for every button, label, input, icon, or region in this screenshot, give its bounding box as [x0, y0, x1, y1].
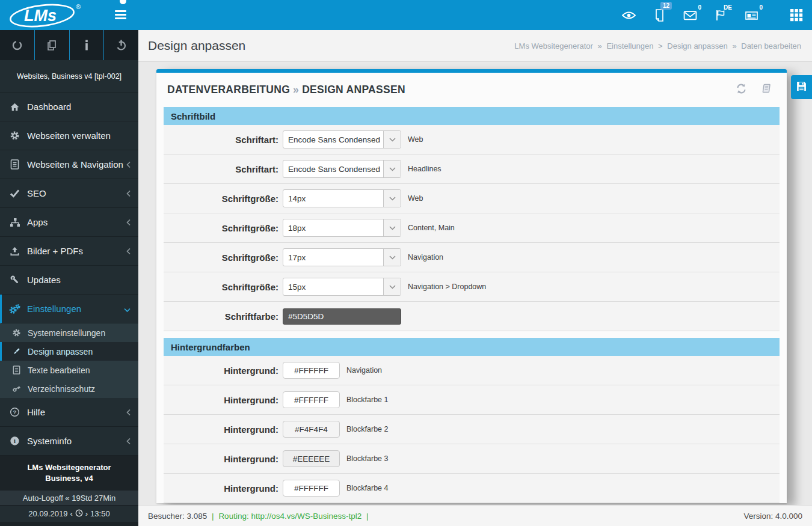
sidebar-item-apps[interactable]: Apps — [0, 208, 138, 237]
field-label: Hintergrund: — [164, 424, 283, 435]
active-site-label: Websites, Business v4 [tpl-002] — [0, 60, 138, 93]
routing-link[interactable]: Routing: http://os4.vs/WS-Business-tpl2 — [218, 512, 361, 521]
form-row-hintergrund-navigation: Hintergrund: Navigation — [164, 356, 780, 385]
form-row-schriftfarbe: Schriftfarbe: — [164, 302, 780, 331]
copy-book-icon[interactable] — [760, 83, 771, 97]
breadcrumb-link-home[interactable]: LMs Websitegenerator — [514, 41, 593, 50]
sidebar-item-hilfe[interactable]: ? Hilfe — [0, 398, 138, 427]
news-icon[interactable]: 0 — [744, 8, 758, 22]
sidebar-quick-actions — [0, 30, 138, 60]
field-label: Hintergrund: — [164, 483, 283, 494]
form-row-schriftart-web: Schriftart: Encode Sans Condensed Web — [164, 125, 780, 154]
hintergrund-blockfarbe2-input[interactable] — [283, 421, 340, 438]
preview-eye-icon[interactable] — [621, 8, 636, 22]
document-icon — [11, 365, 22, 375]
version-label: Version: 4.0.000 — [743, 512, 802, 521]
language-flag-icon[interactable]: DE — [713, 8, 728, 22]
field-note: Content, Main — [408, 224, 455, 232]
visitor-count: Besucher: 3.085 — [148, 512, 207, 521]
sidebar-item-dashboard[interactable]: Dashboard — [0, 93, 138, 121]
field-label: Hintergrund: — [164, 395, 283, 405]
language-code: DE — [724, 4, 732, 11]
field-label: Hintergrund: — [164, 365, 283, 376]
sidebar-item-seo[interactable]: SEO — [0, 179, 138, 208]
field-note: Blockfarbe 3 — [346, 454, 388, 463]
mail-icon[interactable]: 0 — [683, 8, 697, 22]
sidebar-item-label: Hilfe — [27, 407, 45, 417]
check-icon — [9, 189, 20, 198]
hintergrund-blockfarbe1-input[interactable] — [283, 391, 340, 408]
hintergrund-blockfarbe3-input[interactable] — [283, 450, 340, 467]
lms-logo[interactable]: LMs ® — [4, 1, 94, 32]
sidebar-item-bilder-pdfs[interactable]: Bilder + PDFs — [0, 237, 138, 266]
hamburger-menu-icon[interactable] — [115, 10, 127, 20]
chevron-down-icon — [383, 219, 401, 236]
apps-grid-icon[interactable] — [789, 8, 804, 22]
sidebar-item-label: Dashboard — [27, 102, 71, 112]
question-circle-icon: ? — [9, 407, 20, 417]
clock-icon — [75, 509, 83, 519]
form-row-hintergrund-blockfarbe2: Hintergrund: Blockfarbe 2 — [164, 415, 780, 444]
sidebar-subitem-label: Design anpassen — [28, 347, 93, 356]
sidebar-item-label: Webseiten & Navigation — [27, 159, 123, 170]
sidebar-subitem-design-anpassen[interactable]: Design anpassen — [0, 342, 138, 361]
field-note: Navigation — [408, 253, 443, 261]
schriftart-web-select[interactable]: Encode Sans Condensed — [283, 130, 401, 148]
breadcrumb-link-design-anpassen[interactable]: Design anpassen — [667, 41, 727, 50]
section-header: Schriftbild — [164, 107, 780, 125]
copy-pages-icon[interactable] — [34, 30, 69, 60]
sidebar-item-label: Systeminfo — [27, 436, 72, 446]
chevron-down-icon — [124, 304, 131, 314]
wrench-icon — [9, 275, 20, 285]
settings-card: DATENVERARBEITUNG»DESIGN ANPASSEN Schrif… — [156, 69, 787, 503]
chevron-left-icon — [126, 246, 131, 256]
page-header: Design anpassen LMs Websitegenerator » E… — [138, 30, 812, 62]
upload-icon — [9, 246, 20, 256]
breadcrumb-link-einstellungen[interactable]: Einstellungen — [606, 41, 653, 50]
sidebar-subitem-verzeichnisschutz[interactable]: Verzeichnisschutz — [0, 379, 138, 398]
schriftfarbe-input[interactable] — [283, 308, 401, 325]
form-row-schriftgroesse-content: Schriftgröße: 18px Content, Main — [164, 213, 780, 243]
sidebar-item-webseiten-navigation[interactable]: Webseiten & Navigation — [0, 150, 138, 179]
sidebar-item-updates[interactable]: Updates — [0, 266, 138, 295]
chevron-down-icon — [383, 278, 401, 295]
chevron-left-icon — [126, 188, 131, 198]
chevron-left-icon — [126, 407, 131, 417]
sidebar-subitem-label: Texte bearbeiten — [28, 365, 90, 375]
sidebar-product-info: LMs Websitegenerator Business, v4 — [0, 456, 138, 491]
field-label: Hintergrund: — [164, 454, 283, 464]
schriftgroesse-content-select[interactable]: 18px — [283, 219, 401, 237]
sidebar-subitem-label: Systemeinstellungen — [28, 328, 105, 338]
sidebar-item-systeminfo[interactable]: i Systeminfo — [0, 427, 138, 456]
breadcrumb-separator: > — [658, 41, 663, 50]
pages-icon[interactable]: 12 — [652, 8, 666, 22]
sidebar-item-label: SEO — [27, 188, 46, 198]
sidebar-item-einstellungen[interactable]: Einstellungen — [0, 295, 138, 323]
info-icon[interactable] — [69, 30, 104, 60]
content-area: DATENVERARBEITUNG»DESIGN ANPASSEN Schrif… — [138, 62, 812, 505]
reload-icon[interactable] — [0, 30, 34, 60]
schriftart-headlines-select[interactable]: Encode Sans Condensed — [283, 160, 401, 178]
refresh-icon[interactable] — [736, 83, 747, 97]
field-note: Web — [408, 194, 423, 203]
sidebar-subitem-systemeinstellungen[interactable]: Systemeinstellungen — [0, 323, 138, 342]
schriftgroesse-dropdown-select[interactable]: 15px — [283, 278, 401, 296]
form-row-schriftgroesse-dropdown: Schriftgröße: 15px Navigation > Dropdown — [164, 272, 780, 302]
schriftgroesse-web-select[interactable]: 14px — [283, 189, 401, 207]
save-button[interactable] — [791, 75, 812, 99]
sidebar-item-webseiten-verwalten[interactable]: Webseiten verwalten — [0, 121, 138, 150]
hintergrund-blockfarbe4-input[interactable] — [283, 480, 340, 497]
field-note: Blockfarbe 2 — [346, 425, 388, 433]
sidebar-item-label: Einstellungen — [27, 304, 81, 314]
sidebar-subitem-texte-bearbeiten[interactable]: Texte bearbeiten — [0, 361, 138, 379]
power-icon[interactable] — [103, 30, 138, 60]
sidebar: Websites, Business v4 [tpl-002] Dashboar… — [0, 30, 138, 526]
field-label: Schriftart: — [164, 164, 283, 174]
breadcrumb-separator: » — [598, 41, 602, 50]
sidebar-item-label: Apps — [27, 217, 48, 227]
schriftgroesse-navigation-select[interactable]: 17px — [283, 248, 401, 266]
card-heading: DATENVERARBEITUNG»DESIGN ANPASSEN — [164, 73, 780, 107]
gears-icon — [9, 304, 20, 314]
hintergrund-navigation-input[interactable] — [283, 362, 340, 379]
save-floppy-icon — [796, 81, 807, 94]
